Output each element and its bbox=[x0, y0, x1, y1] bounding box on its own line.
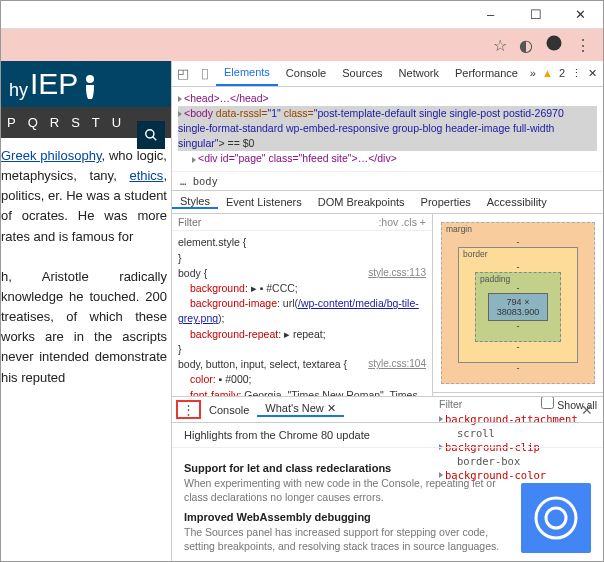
box-content-size: 794 × 38083.900 bbox=[488, 293, 548, 321]
subtab-styles[interactable]: Styles bbox=[172, 195, 218, 209]
logo-text: IEP bbox=[30, 67, 78, 101]
browser-menu-icon[interactable]: ⋮ bbox=[575, 36, 591, 55]
search-button[interactable] bbox=[137, 121, 165, 149]
dom-node[interactable]: <div id="page" class="hfeed site">…</div… bbox=[198, 152, 397, 164]
drawer-tab-console[interactable]: Console bbox=[201, 404, 257, 416]
article-link[interactable]: ethics bbox=[129, 168, 163, 183]
whatsnew-text: When experimenting with new code in the … bbox=[184, 476, 511, 504]
dom-tree[interactable]: <head>…</head> <body data-rsssl="1" clas… bbox=[172, 87, 603, 172]
letter-link[interactable]: Q bbox=[28, 115, 40, 130]
tab-performance[interactable]: Performance bbox=[447, 61, 526, 86]
tab-console[interactable]: Console bbox=[278, 61, 334, 86]
inspect-icon[interactable]: ◰ bbox=[172, 66, 194, 81]
letter-link[interactable]: T bbox=[92, 115, 102, 130]
article-text: h, Aristotle radically knowledge he touc… bbox=[1, 267, 167, 388]
svg-point-0 bbox=[547, 36, 562, 51]
logo-figure-icon bbox=[80, 73, 100, 101]
page-content: hy IEP P Q R S T U Greek philosophy, who… bbox=[1, 61, 171, 561]
devtools-tabbar: ◰ ⌷ Elements Console Sources Network Per… bbox=[172, 61, 603, 87]
device-toggle-icon[interactable]: ⌷ bbox=[194, 66, 216, 81]
breadcrumb[interactable]: … body bbox=[172, 172, 603, 191]
letter-link[interactable]: S bbox=[71, 115, 82, 130]
subtab-properties[interactable]: Properties bbox=[413, 196, 479, 208]
maximize-button[interactable]: ☐ bbox=[513, 1, 558, 29]
minimize-button[interactable]: – bbox=[468, 1, 513, 29]
devtools-panel: ◰ ⌷ Elements Console Sources Network Per… bbox=[171, 61, 603, 561]
whatsnew-text: The Sources panel has increased support … bbox=[184, 525, 511, 553]
devtools-close-icon[interactable]: ✕ bbox=[588, 67, 597, 80]
site-banner: hy IEP bbox=[1, 61, 171, 107]
devtools-menu-icon[interactable]: ⋮ bbox=[571, 67, 582, 80]
tab-network[interactable]: Network bbox=[391, 61, 447, 86]
dom-node[interactable]: <body bbox=[184, 107, 213, 119]
styles-filter-input[interactable] bbox=[178, 216, 228, 228]
letter-link[interactable]: U bbox=[112, 115, 123, 130]
browser-toolbar: ☆ ◐ ⋮ bbox=[1, 29, 603, 61]
article-link[interactable]: Greek philosophy bbox=[1, 148, 101, 163]
subtab-dom-breakpoints[interactable]: DOM Breakpoints bbox=[310, 196, 413, 208]
svg-point-1 bbox=[86, 75, 94, 83]
styles-subtabs: Styles Event Listeners DOM Breakpoints P… bbox=[172, 191, 603, 215]
hov-cls-controls[interactable]: :hov .cls + bbox=[378, 216, 426, 228]
article-body: Greek philosophy, who logic, metaphysics… bbox=[1, 138, 171, 396]
drawer-close-icon[interactable]: ✕ bbox=[581, 402, 599, 418]
window-titlebar: – ☐ ✕ bbox=[1, 1, 603, 29]
svg-point-2 bbox=[146, 130, 154, 138]
css-rules-list[interactable]: element.style { } style.css:113body { ba… bbox=[172, 231, 432, 396]
extension-icon[interactable]: ◐ bbox=[519, 36, 533, 55]
svg-line-3 bbox=[153, 137, 157, 141]
warning-count: 2 bbox=[559, 67, 565, 79]
search-icon bbox=[144, 128, 158, 142]
subtab-event-listeners[interactable]: Event Listeners bbox=[218, 196, 310, 208]
letter-link[interactable]: R bbox=[50, 115, 61, 130]
svg-point-4 bbox=[536, 498, 576, 538]
drawer-headline: Highlights from the Chrome 80 update bbox=[172, 423, 603, 448]
dom-node[interactable]: <head>…</head> bbox=[184, 92, 269, 104]
box-model[interactable]: margin- border- padding- 794 × 38083.900… bbox=[433, 214, 603, 392]
drawer-menu-icon[interactable]: ⋮ bbox=[176, 400, 201, 419]
whatsnew-heading: Support for let and class redeclarations bbox=[184, 462, 511, 474]
tab-sources[interactable]: Sources bbox=[334, 61, 390, 86]
source-link[interactable]: style.css:113 bbox=[368, 266, 426, 281]
drawer-panel: ⋮ Console What's New ✕ ✕ Highlights from… bbox=[172, 396, 603, 561]
close-button[interactable]: ✕ bbox=[558, 1, 603, 29]
letter-link[interactable]: P bbox=[7, 115, 18, 130]
bookmark-star-icon[interactable]: ☆ bbox=[493, 36, 507, 55]
warning-icon[interactable]: ▲ bbox=[542, 67, 553, 79]
subtab-accessibility[interactable]: Accessibility bbox=[479, 196, 555, 208]
tab-elements[interactable]: Elements bbox=[216, 61, 278, 86]
whatsnew-heading: Improved WebAssembly debugging bbox=[184, 511, 511, 523]
chrome-logo-icon bbox=[521, 483, 591, 553]
account-icon[interactable] bbox=[545, 34, 563, 56]
drawer-tab-whatsnew[interactable]: What's New ✕ bbox=[257, 402, 343, 417]
logo-prefix: hy bbox=[9, 80, 28, 101]
svg-point-5 bbox=[546, 508, 566, 528]
source-link[interactable]: style.css:104 bbox=[368, 357, 426, 372]
more-tabs-icon[interactable]: » bbox=[530, 67, 536, 79]
